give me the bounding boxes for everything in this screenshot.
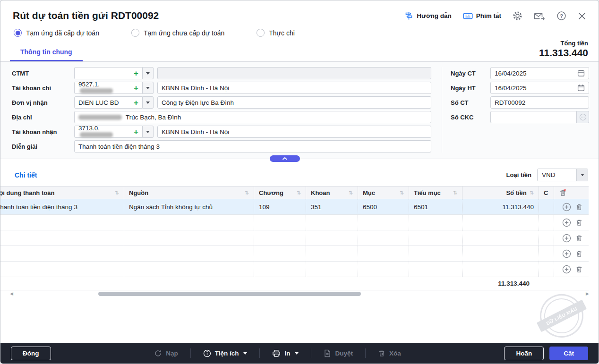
tai-khoan-nhan-desc-field[interactable]: KBNN Ba Đình - Hà Nội [157, 126, 431, 138]
table-row-empty[interactable] [0, 246, 589, 262]
chevron-down-icon [146, 87, 150, 89]
so-ckc-field[interactable] [490, 111, 577, 123]
radio-thuc-chi[interactable]: Thực chi [257, 29, 295, 37]
reload-button[interactable]: Nạp [149, 347, 183, 360]
ngay-ht-field[interactable]: 16/04/2025 [490, 82, 589, 94]
delete-row-icon[interactable] [575, 219, 583, 227]
add-don-vi-icon[interactable]: + [134, 99, 138, 107]
dia-chi-field[interactable]: Trúc Bạch, Ba Đình [74, 111, 431, 123]
so-ckc-lookup-button[interactable] [577, 111, 589, 123]
so-ct-field[interactable]: RDT00092 [490, 96, 589, 109]
cell-so-tien[interactable]: 11.313.440 [462, 199, 539, 214]
calendar-icon[interactable] [577, 69, 585, 77]
cell-khoan[interactable]: 351 [306, 199, 358, 214]
table-row-empty[interactable] [0, 230, 589, 246]
print-button[interactable]: In [267, 347, 303, 360]
table-row-selected[interactable]: Thanh toán tiền điện tháng 3 Ngân sách T… [0, 199, 589, 215]
add-tai-khoan-chi-icon[interactable]: + [134, 84, 138, 92]
col-noi-dung[interactable]: Nội dung thanh toán⇅ [0, 186, 124, 199]
delete-row-icon[interactable] [575, 203, 583, 211]
guide-button[interactable]: Hướng dẫn [404, 11, 451, 20]
add-tai-khoan-nhan-icon[interactable]: + [134, 128, 138, 136]
add-row-icon[interactable] [562, 265, 571, 274]
close-icon[interactable] [578, 12, 586, 20]
radio-tam-ung-chua-cap[interactable]: Tạm ứng chưa cấp dự toán [131, 29, 224, 37]
dien-giai-field[interactable]: Thanh toán tiền điện tháng 3 [74, 140, 431, 152]
delete-row-icon[interactable] [575, 265, 583, 273]
calendar-icon[interactable] [577, 84, 585, 92]
collapse-form-button[interactable] [270, 155, 300, 162]
sort-icon[interactable]: ⇅ [115, 190, 119, 196]
chevron-up-icon [282, 157, 288, 161]
col-nguon[interactable]: Nguồn⇅ [124, 186, 254, 199]
ctmt-input[interactable]: + [74, 67, 143, 79]
col-chuong[interactable]: Chương⇅ [254, 186, 306, 199]
table-header-row: Nội dung thanh toán⇅ Nguồn⇅ Chương⇅ Khoả… [0, 186, 589, 199]
add-row-icon[interactable] [562, 218, 571, 227]
cell-actions [554, 230, 589, 245]
col-cut[interactable]: C [539, 186, 554, 199]
cell-tieu-muc[interactable]: 6501 [409, 199, 462, 214]
tai-khoan-chi-combo: 9527.1. + [74, 82, 154, 94]
col-so-tien[interactable]: Số tiền⇅ [462, 186, 539, 199]
sort-icon[interactable]: ⇅ [400, 190, 404, 196]
don-vi-nhan-dropdown-button[interactable] [143, 96, 154, 109]
table-row-empty[interactable] [0, 262, 589, 277]
delete-row-icon[interactable] [575, 250, 583, 258]
postpone-button[interactable]: Hoãn [504, 347, 544, 360]
approve-button[interactable]: Duyệt [319, 347, 358, 360]
add-row-icon[interactable] [562, 203, 571, 212]
redacted-text [80, 88, 113, 93]
utilities-button[interactable]: Tiện ích [198, 347, 252, 360]
save-button[interactable]: Cất [549, 347, 588, 360]
voucher-type-radios: Tạm ứng đã cấp dự toán Tạm ứng chưa cấp … [0, 21, 599, 40]
cell-noi-dung[interactable]: Thanh toán tiền điện tháng 3 [0, 199, 124, 214]
don-vi-nhan-input[interactable]: DIEN LUC BD + [74, 96, 143, 109]
scroll-right-arrow-icon[interactable]: ▶ [586, 291, 589, 296]
ctmt-dropdown-button[interactable] [143, 67, 154, 79]
sort-icon[interactable]: ⇅ [245, 190, 249, 196]
scrollbar-thumb[interactable] [98, 292, 361, 296]
cell-cut[interactable] [539, 199, 554, 214]
add-row-icon[interactable] [562, 234, 571, 243]
col-muc[interactable]: Mục⇅ [358, 186, 409, 199]
detail-table: Nội dung thanh toán⇅ Nguồn⇅ Chương⇅ Khoả… [0, 186, 589, 290]
col-tieu-muc[interactable]: Tiểu mục⇅ [409, 186, 462, 199]
settings-gear-icon[interactable] [513, 11, 522, 21]
tai-khoan-chi-dropdown-button[interactable] [143, 82, 154, 94]
tai-khoan-chi-input[interactable]: 9527.1. + [74, 82, 143, 94]
col-khoan[interactable]: Khoản⇅ [306, 186, 358, 199]
total-value: 11.313.440 [539, 47, 588, 59]
close-button[interactable]: Đóng [11, 347, 51, 360]
tab-thong-tin-chung[interactable]: Thông tin chung [10, 43, 83, 61]
tai-khoan-nhan-input[interactable]: 3713.0. + [74, 126, 143, 138]
delete-button[interactable]: Xóa [373, 347, 406, 360]
cell-chuong[interactable]: 109 [254, 199, 306, 214]
scroll-left-arrow-icon[interactable]: ◀ [10, 291, 13, 296]
tai-khoan-nhan-dropdown-button[interactable] [143, 126, 154, 138]
send-mail-icon[interactable] [534, 12, 545, 20]
help-icon[interactable]: ? [556, 11, 566, 21]
don-vi-nhan-desc-field[interactable]: Công ty Điện lực Ba Đình [157, 96, 431, 109]
cell-nguon[interactable]: Ngân sách Tỉnh không tự chủ [124, 199, 254, 214]
radio-tam-ung-da-cap[interactable]: Tạm ứng đã cấp dự toán [14, 29, 99, 37]
print-label: In [284, 350, 290, 357]
shortcut-button[interactable]: Phím tắt [463, 12, 501, 20]
chevron-down-icon [146, 131, 150, 133]
cell-muc[interactable]: 6500 [358, 199, 409, 214]
ngay-ct-field[interactable]: 16/04/2025 [490, 67, 589, 79]
sort-icon[interactable]: ⇅ [530, 190, 534, 196]
radio-label: Tạm ứng chưa cấp dự toán [144, 29, 224, 37]
currency-select[interactable]: VND [537, 169, 588, 181]
delete-row-icon[interactable] [575, 234, 583, 242]
delete-all-rows-icon[interactable] [559, 189, 567, 197]
sort-icon[interactable]: ⇅ [297, 190, 301, 196]
table-row-empty[interactable] [0, 215, 589, 230]
sort-icon[interactable]: ⇅ [349, 190, 353, 196]
add-row-icon[interactable] [562, 249, 571, 258]
sort-icon[interactable]: ⇅ [453, 190, 457, 196]
ctmt-label: CTMT [12, 70, 70, 77]
tai-khoan-chi-desc-field[interactable]: KBNN Ba Đình - Hà Nội [157, 82, 431, 94]
add-ctmt-icon[interactable]: + [134, 69, 138, 77]
printer-icon [272, 349, 281, 357]
